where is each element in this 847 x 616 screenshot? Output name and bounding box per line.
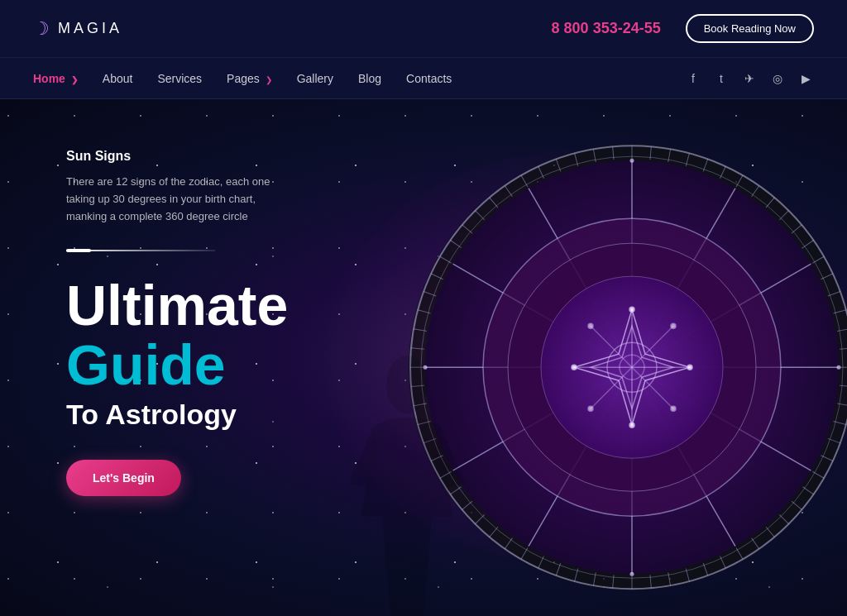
nav-item-gallery[interactable]: Gallery (297, 71, 333, 86)
nav-links: Home ❯ About Services Pages ❯ Gallery Bl… (33, 71, 452, 86)
person-silhouette (324, 351, 490, 616)
telegram-icon[interactable]: ✈ (741, 70, 758, 87)
svg-point-53 (630, 158, 634, 162)
svg-point-28 (588, 323, 593, 328)
nav-link-contacts[interactable]: Contacts (406, 72, 452, 85)
hero-subtitle: To Astrology (66, 399, 347, 431)
nav-link-services[interactable]: Services (157, 72, 202, 85)
nav-link-gallery[interactable]: Gallery (297, 72, 333, 85)
svg-point-27 (588, 406, 593, 411)
nav-item-about[interactable]: About (103, 71, 133, 86)
nav-link-about[interactable]: About (103, 72, 133, 85)
chevron-icon: ❯ (266, 75, 272, 84)
lets-begin-button[interactable]: Let's Begin (66, 460, 181, 496)
svg-point-54 (630, 571, 634, 575)
facebook-icon[interactable]: f (685, 70, 701, 87)
hero-title-line2: Guide (66, 336, 347, 394)
sun-signs-title: Sun Signs (66, 149, 347, 164)
social-icons: f t ✈ ◎ ▶ (685, 70, 814, 87)
instagram-icon[interactable]: ◎ (769, 70, 786, 87)
youtube-icon[interactable]: ▶ (797, 70, 814, 87)
nav-link-home[interactable]: Home ❯ (33, 72, 78, 85)
svg-point-21 (629, 307, 634, 312)
logo: ☽ MAGIA (33, 18, 122, 40)
svg-point-26 (671, 406, 676, 411)
hero-main-title: Ultimate Guide (66, 276, 347, 394)
nav-item-pages[interactable]: Pages ❯ (227, 71, 272, 86)
phone-prefix: 8 800 (552, 20, 589, 36)
phone-main: 353-24-55 (593, 20, 661, 36)
tumblr-icon[interactable]: t (713, 70, 730, 87)
logo-icon: ☽ (33, 18, 53, 40)
header-right: 8 800 353-24-55 Book Reading Now (552, 14, 814, 43)
navbar: Home ❯ About Services Pages ❯ Gallery Bl… (0, 58, 847, 99)
sun-signs-description: There are 12 signs of the zodiac, each o… (66, 174, 298, 225)
hero-section: Sun Signs There are 12 signs of the zodi… (0, 99, 847, 616)
nav-item-home[interactable]: Home ❯ (33, 71, 78, 86)
nav-link-pages[interactable]: Pages ❯ (227, 72, 272, 85)
header: ☽ MAGIA 8 800 353-24-55 Book Reading Now (0, 0, 847, 58)
svg-point-129 (386, 356, 428, 413)
svg-point-23 (629, 423, 634, 427)
nav-item-contacts[interactable]: Contacts (406, 71, 452, 86)
phone-number: 8 800 353-24-55 (552, 20, 661, 37)
chevron-icon: ❯ (71, 75, 78, 84)
hero-content: Sun Signs There are 12 signs of the zodi… (0, 99, 347, 496)
nav-item-services[interactable]: Services (157, 71, 202, 86)
logo-text: MAGIA (58, 20, 122, 37)
svg-point-56 (837, 365, 841, 369)
book-reading-button[interactable]: Book Reading Now (686, 14, 814, 43)
svg-point-25 (671, 323, 676, 328)
nav-item-blog[interactable]: Blog (358, 71, 381, 86)
nav-link-blog[interactable]: Blog (358, 72, 381, 85)
divider (66, 250, 215, 251)
svg-point-24 (572, 365, 577, 370)
hero-title-line1: Ultimate (66, 276, 347, 335)
svg-point-22 (687, 365, 692, 370)
